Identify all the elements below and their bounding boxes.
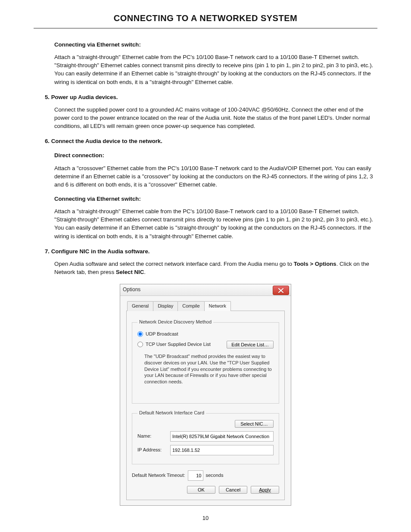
nic-ip-field[interactable] (170, 445, 274, 455)
nic-name-label: Name: (137, 433, 170, 440)
tab-panel-network: Network Device Discovery Method UDP Broa… (126, 311, 285, 500)
radio-tcp-list[interactable]: TCP User Supplied Device List (137, 341, 211, 348)
page-title: CONNECTING TO A NETWORKED SYSTEM (34, 12, 377, 25)
group-nic-legend: Default Network Interface Card (137, 410, 206, 417)
step7-end: . (144, 269, 146, 275)
timeout-row: Default Network Timeout: seconds (132, 470, 279, 481)
radio-udp-label: UDP Broadcast (146, 331, 178, 338)
dialog-container: Options General Display Compile Network … (34, 284, 377, 506)
dialog-buttons: OK Cancel Apply (132, 486, 279, 494)
timeout-label: Default Network Timeout: (132, 472, 185, 479)
step7-pre: Open Audia software and select the corre… (54, 261, 294, 267)
group-discovery-legend: Network Device Discovery Method (137, 319, 213, 326)
para-eth-switch-1: Attach a "straight-through" Ethernet cab… (54, 53, 377, 86)
heading-eth-switch-1: Connecting via Ethernet switch: (54, 40, 377, 49)
group-discovery: Network Device Discovery Method UDP Broa… (132, 319, 279, 404)
heading-direct: Direct connection: (54, 151, 377, 159)
discovery-description: The "UDP Broadcast" method provides the … (144, 353, 272, 385)
step7-tools-options: Tools > Options (294, 261, 336, 267)
heading-eth-switch-2: Connecting via Ethernet switch: (54, 195, 377, 203)
tab-display[interactable]: Display (153, 301, 178, 311)
nic-ip-row: IP Address: (137, 445, 274, 455)
cancel-button[interactable]: Cancel (219, 486, 247, 494)
tab-bar: General Display Compile Network (127, 301, 285, 311)
tab-network[interactable]: Network (204, 301, 231, 311)
heading-step-7: 7. Configure NIC in the Audia software. (54, 247, 377, 255)
para-step-5: Connect the supplied power cord to a gro… (54, 106, 377, 130)
dialog-title: Options (123, 286, 140, 293)
row-tcp: TCP User Supplied Device List Edit Devic… (137, 339, 274, 350)
apply-button[interactable]: Apply (251, 486, 279, 494)
dialog-body: General Display Compile Network Network … (120, 296, 291, 505)
timeout-unit: seconds (206, 472, 224, 479)
para-direct: Attach a "crossover" Ethernet cable from… (54, 164, 377, 189)
radio-tcp-input[interactable] (137, 342, 143, 347)
step7-select-nic: Select NIC (116, 269, 144, 275)
tab-general[interactable]: General (127, 301, 153, 311)
ok-button[interactable]: OK (187, 486, 215, 494)
nic-name-field[interactable] (170, 431, 274, 442)
close-button[interactable] (273, 286, 289, 295)
body-text: Connecting via Ethernet switch: Attach a… (54, 40, 377, 276)
options-dialog: Options General Display Compile Network … (120, 284, 291, 506)
nic-name-row: Name: (137, 431, 274, 442)
para-eth-switch-2: Attach a "straight-through" Ethernet cab… (54, 207, 377, 240)
edit-device-list-button[interactable]: Edit Device List… (227, 341, 274, 348)
heading-step-6: 6. Connect the Audia device to the netwo… (54, 137, 377, 145)
group-nic: Default Network Interface Card Select NI… (132, 410, 279, 464)
heading-step-5: 5. Power up Audia devices. (54, 93, 377, 101)
page: { "page_title": "CONNECTING TO A NETWORK… (0, 0, 411, 532)
timeout-field[interactable] (188, 470, 203, 481)
nic-ip-label: IP Address: (137, 447, 170, 454)
dialog-titlebar[interactable]: Options (120, 284, 291, 296)
para-step-7: Open Audia software and select the corre… (54, 260, 377, 276)
radio-udp-broadcast[interactable]: UDP Broadcast (137, 331, 274, 338)
select-nic-button[interactable]: Select NIC… (235, 420, 274, 428)
radio-udp-input[interactable] (137, 331, 143, 337)
tab-compile[interactable]: Compile (177, 301, 204, 311)
page-number: 10 (0, 514, 411, 523)
radio-tcp-label: TCP User Supplied Device List (146, 341, 211, 348)
divider (34, 28, 377, 28)
close-icon (278, 288, 283, 293)
